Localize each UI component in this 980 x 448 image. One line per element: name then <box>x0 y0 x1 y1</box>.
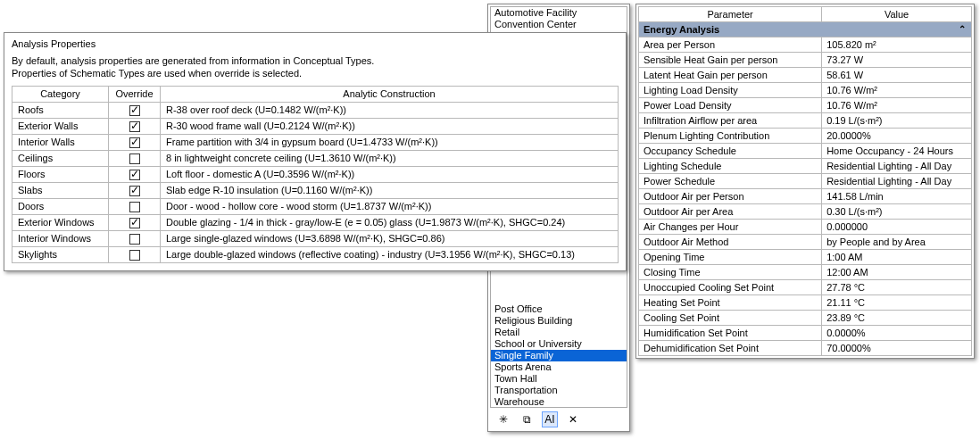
override-cell[interactable] <box>109 102 161 118</box>
value-cell[interactable]: 23.89 °C <box>822 311 972 326</box>
override-cell[interactable] <box>109 198 161 214</box>
checkbox-icon[interactable] <box>129 121 140 132</box>
override-cell[interactable] <box>109 182 161 198</box>
analysis-table: Category Override Analytic Construction … <box>12 86 619 263</box>
construction-cell[interactable]: 8 in lightweight concrete ceiling (U=1.3… <box>161 150 619 166</box>
checkbox-icon[interactable] <box>129 170 140 180</box>
value-cell[interactable]: 1:00 AM <box>822 250 972 265</box>
table-row: Cooling Set Point23.89 °C <box>639 311 972 326</box>
param-cell: Closing Time <box>639 265 822 280</box>
table-row: Unoccupied Cooling Set Point27.78 °C <box>639 280 972 295</box>
override-cell[interactable] <box>109 214 161 230</box>
construction-cell[interactable]: Door - wood - hollow core - wood storm (… <box>161 198 619 214</box>
rename-type-icon[interactable]: AI <box>542 411 558 427</box>
value-cell[interactable]: 105.820 m² <box>822 37 972 53</box>
override-cell[interactable] <box>109 166 161 182</box>
value-cell[interactable]: Residential Lighting - All Day <box>822 174 972 189</box>
delete-type-icon[interactable]: ✕ <box>565 411 581 427</box>
construction-cell[interactable]: Frame partition with 3/4 in gypsum board… <box>161 134 619 150</box>
value-cell[interactable]: 12:00 AM <box>822 265 972 280</box>
duplicate-type-icon[interactable]: ⧉ <box>519 411 535 427</box>
value-cell[interactable]: 0.19 L/(s·m²) <box>822 113 972 129</box>
construction-cell[interactable]: Double glazing - 1/4 in thick - gray/low… <box>161 214 619 230</box>
value-cell[interactable]: 141.58 L/min <box>822 189 972 204</box>
checkbox-icon[interactable] <box>129 218 140 228</box>
construction-cell[interactable]: R-38 over roof deck (U=0.1482 W/(m²·K)) <box>161 102 619 118</box>
value-cell[interactable]: 10.76 W/m² <box>822 83 972 98</box>
param-cell: Dehumidification Set Point <box>639 341 822 356</box>
override-cell[interactable] <box>109 230 161 246</box>
construction-cell[interactable]: Slab edge R-10 insulation (U=0.1160 W/(m… <box>161 182 619 198</box>
table-row: Lighting Load Density10.76 W/m² <box>639 83 972 98</box>
value-cell[interactable]: 0.30 L/(s·m²) <box>822 204 972 220</box>
table-row: Infiltration Airflow per area0.19 L/(s·m… <box>639 113 972 129</box>
value-cell[interactable]: 10.76 W/m² <box>822 98 972 113</box>
value-cell[interactable]: 20.0000% <box>822 129 972 144</box>
value-cell[interactable]: 27.78 °C <box>822 280 972 295</box>
checkbox-icon[interactable] <box>129 153 140 164</box>
table-row: Outdoor Air per Area0.30 L/(s·m²) <box>639 204 972 220</box>
list-item[interactable]: Automotive Facility <box>491 7 627 19</box>
override-cell[interactable] <box>109 150 161 166</box>
table-row: Air Changes per Hour0.000000 <box>639 220 972 235</box>
value-cell[interactable]: by People and by Area <box>822 235 972 250</box>
section-row[interactable]: Energy Analysis ⌃ <box>639 22 972 37</box>
category-header: Category <box>12 86 109 102</box>
list-item[interactable]: Convention Center <box>491 19 627 30</box>
table-row: Outdoor Air per Person141.58 L/min <box>639 189 972 204</box>
table-row: RoofsR-38 over roof deck (U=0.1482 W/(m²… <box>12 102 619 118</box>
param-cell: Sensible Heat Gain per person <box>639 53 822 68</box>
value-cell[interactable]: 58.61 W <box>822 68 972 83</box>
checkbox-icon[interactable] <box>129 137 140 148</box>
value-cell[interactable]: 21.11 °C <box>822 295 972 311</box>
override-cell[interactable] <box>109 134 161 150</box>
list-item[interactable]: Post Office <box>491 303 627 315</box>
value-cell[interactable]: 70.0000% <box>822 341 972 356</box>
checkbox-icon[interactable] <box>129 105 140 116</box>
override-cell[interactable] <box>109 118 161 134</box>
category-cell: Ceilings <box>12 150 109 166</box>
parameter-table: Parameter Value Energy Analysis ⌃ Area p… <box>638 6 972 356</box>
checkbox-icon[interactable] <box>129 250 140 261</box>
category-cell: Exterior Windows <box>12 214 109 230</box>
new-type-icon[interactable]: ✳ <box>495 411 511 427</box>
list-item[interactable]: Sports Arena <box>491 361 627 373</box>
param-cell: Occupancy Schedule <box>639 144 822 159</box>
table-row: Exterior WallsR-30 wood frame wall (U=0.… <box>12 118 619 134</box>
table-row: Latent Heat Gain per person58.61 W <box>639 68 972 83</box>
construction-cell[interactable]: Loft floor - domestic A (U=0.3596 W/(m²·… <box>161 166 619 182</box>
construction-cell[interactable]: Large single-glazed windows (U=3.6898 W/… <box>161 230 619 246</box>
analysis-properties-panel: Analysis Properties By default, analysis… <box>4 32 627 271</box>
param-cell: Power Load Density <box>639 98 822 113</box>
table-row: Interior WallsFrame partition with 3/4 i… <box>12 134 619 150</box>
list-item[interactable]: Warehouse <box>491 396 627 408</box>
param-cell: Humidification Set Point <box>639 326 822 341</box>
category-cell: Doors <box>12 198 109 214</box>
value-cell[interactable]: 73.27 W <box>822 53 972 68</box>
param-cell: Opening Time <box>639 250 822 265</box>
value-cell[interactable]: Home Occupancy - 24 Hours <box>822 144 972 159</box>
param-cell: Outdoor Air per Area <box>639 204 822 220</box>
list-item[interactable]: Religious Building <box>491 315 627 327</box>
construction-cell[interactable]: Large double-glazed windows (reflective … <box>161 246 619 262</box>
table-row: Interior WindowsLarge single-glazed wind… <box>12 230 619 246</box>
value-cell[interactable]: Residential Lighting - All Day <box>822 159 972 174</box>
list-item[interactable]: Retail <box>491 327 627 338</box>
list-item[interactable]: Transportation <box>491 385 627 396</box>
table-row: Closing Time12:00 AM <box>639 265 972 280</box>
collapse-icon[interactable]: ⌃ <box>959 24 966 34</box>
construction-cell[interactable]: R-30 wood frame wall (U=0.2124 W/(m²·K)) <box>161 118 619 134</box>
category-cell: Floors <box>12 166 109 182</box>
param-cell: Plenum Lighting Contribution <box>639 129 822 144</box>
checkbox-icon[interactable] <box>129 186 140 196</box>
list-item[interactable]: School or University <box>491 338 627 350</box>
list-item[interactable]: Single Family <box>491 350 627 361</box>
list-item[interactable]: Town Hall <box>491 373 627 385</box>
checkbox-icon[interactable] <box>129 202 140 212</box>
checkbox-icon[interactable] <box>129 234 140 245</box>
table-row: Outdoor Air Methodby People and by Area <box>639 235 972 250</box>
value-cell[interactable]: 0.000000 <box>822 220 972 235</box>
override-cell[interactable] <box>109 246 161 262</box>
category-cell: Roofs <box>12 102 109 118</box>
value-cell[interactable]: 0.0000% <box>822 326 972 341</box>
